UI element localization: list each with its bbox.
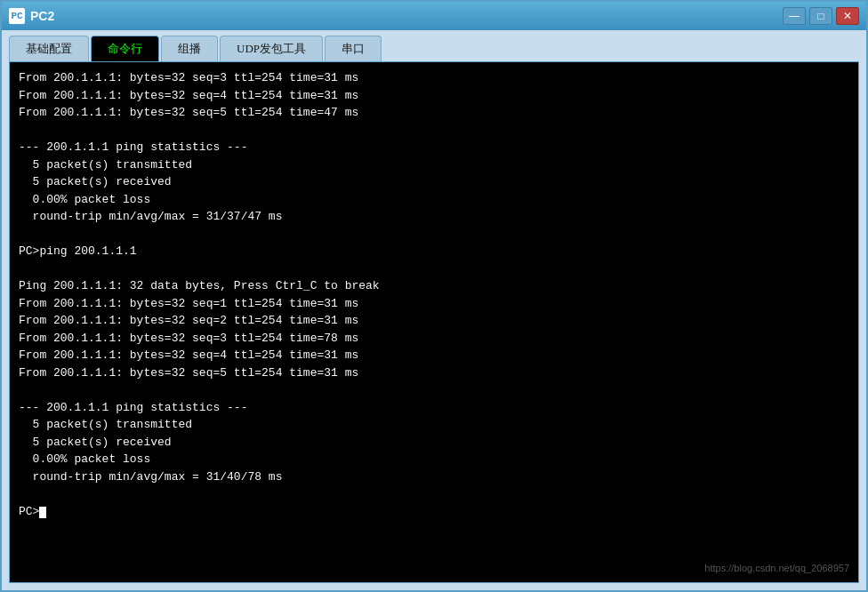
tab-command-line[interactable]: 命令行 <box>91 36 159 61</box>
maximize-button[interactable]: □ <box>809 7 832 25</box>
close-button[interactable]: ✕ <box>836 7 859 25</box>
tab-bar: 基础配置 命令行 组播 UDP发包工具 串口 <box>2 30 866 61</box>
title-bar: PC PC2 — □ ✕ <box>2 2 866 30</box>
tab-udp-tool[interactable]: UDP发包工具 <box>220 36 323 61</box>
terminal-output[interactable]: From 200.1.1.1: bytes=32 seq=3 ttl=254 t… <box>9 61 859 583</box>
tab-basic-config[interactable]: 基础配置 <box>9 36 89 61</box>
main-window: PC PC2 — □ ✕ 基础配置 命令行 组播 UDP发包工具 串口 From… <box>0 0 868 592</box>
window-controls: — □ ✕ <box>783 7 859 25</box>
window-icon: PC <box>9 8 25 24</box>
watermark: https://blog.csdn.net/qq_2068957 <box>704 561 849 576</box>
content-area: From 200.1.1.1: bytes=32 seq=3 ttl=254 t… <box>2 61 866 590</box>
window-title: PC2 <box>30 9 783 23</box>
minimize-button[interactable]: — <box>783 7 806 25</box>
tab-multicast[interactable]: 组播 <box>161 36 218 61</box>
cursor <box>39 507 46 518</box>
tab-serial[interactable]: 串口 <box>325 36 382 61</box>
